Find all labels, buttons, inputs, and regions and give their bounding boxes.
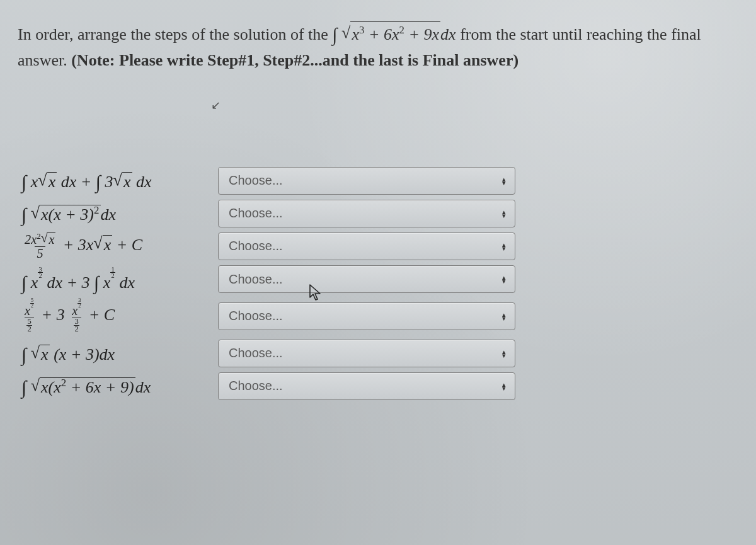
step-select-7[interactable]: Choose... [218, 372, 515, 400]
prompt-lead: In order, arrange the steps of the solut… [18, 25, 332, 43]
updown-icon [502, 350, 506, 357]
stray-mark-icon: ↙ [211, 98, 220, 112]
table-row: ∫ x (x + 3)dx Choose... [21, 340, 515, 367]
step-select-1[interactable]: Choose... [218, 167, 515, 195]
expr-4: ∫ x32 dx + 3 ∫ x12 dx [21, 265, 218, 293]
table-row: ∫ x(x2 + 6x + 9)dx Choose... [21, 372, 515, 400]
select-placeholder: Choose... [229, 173, 283, 188]
step-select-3[interactable]: Choose... [218, 232, 515, 260]
table-row: x52 52 + 3 x32 32 + C Choose... [21, 298, 515, 334]
select-placeholder: Choose... [229, 379, 283, 393]
select-placeholder: Choose... [229, 309, 283, 323]
expr-5: x52 52 + 3 x32 32 + C [21, 298, 218, 334]
step-select-6[interactable]: Choose... [218, 340, 515, 367]
updown-icon [502, 382, 506, 390]
updown-icon [502, 275, 506, 283]
table-row: 2x2x5 + 3xx + C Choose... [21, 232, 515, 261]
table-row: ∫ x(x + 3)2dx Choose... [21, 200, 515, 227]
expr-3: 2x2x5 + 3xx + C [21, 232, 218, 261]
select-placeholder: Choose... [229, 272, 283, 287]
updown-icon [502, 210, 506, 217]
expr-6: ∫ x (x + 3)dx [21, 340, 218, 367]
step-select-5[interactable]: Choose... [218, 302, 515, 330]
updown-icon [502, 243, 506, 250]
prompt-note: (Note: Please write Step#1, Step#2...and… [71, 51, 518, 69]
step-select-2[interactable]: Choose... [218, 200, 515, 227]
select-placeholder: Choose... [229, 346, 283, 360]
expr-2: ∫ x(x + 3)2dx [21, 200, 218, 227]
question-prompt: In order, arrange the steps of the solut… [18, 19, 738, 74]
updown-icon [502, 177, 506, 185]
step-select-4[interactable]: Choose... [218, 265, 515, 293]
select-placeholder: Choose... [229, 206, 283, 221]
expr-1: ∫ xx dx + ∫ 3x dx [21, 167, 218, 195]
matching-rows: ∫ xx dx + ∫ 3x dx Choose... ∫ x(x + 3)2d… [21, 162, 515, 405]
select-placeholder: Choose... [229, 239, 283, 253]
table-row: ∫ x32 dx + 3 ∫ x12 dx Choose... [21, 265, 515, 293]
expr-7: ∫ x(x2 + 6x + 9)dx [21, 372, 218, 400]
table-row: ∫ xx dx + ∫ 3x dx Choose... [21, 167, 515, 195]
updown-icon [502, 313, 506, 320]
prompt-integral: ∫ x3 + 6x2 + 9xdx [332, 25, 460, 43]
